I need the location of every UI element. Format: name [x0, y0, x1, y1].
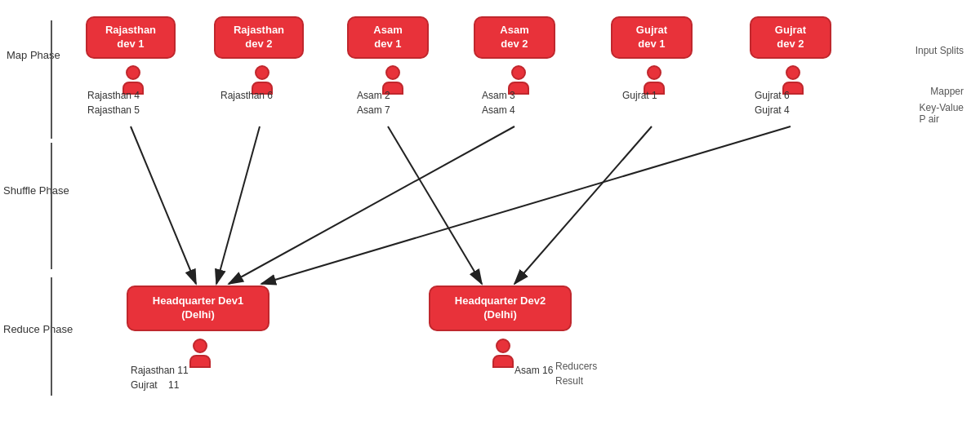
- person-hq-dev2: [492, 339, 514, 368]
- node-asam-dev2: Asamdev 2: [474, 16, 555, 59]
- reduce-phase-label: Reduce Phase: [3, 322, 73, 337]
- mapper-label: Mapper: [930, 86, 964, 97]
- shuffle-phase-bracket: [51, 143, 52, 269]
- arrow-asam2-hq1: [229, 126, 514, 284]
- arrow-guj1-hq2: [514, 126, 652, 284]
- node-raj-dev2: Rajasthandev 2: [214, 16, 304, 59]
- shuffle-phase-label: Shuffle Phase: [3, 184, 69, 198]
- arrow-raj2-hq1: [216, 126, 260, 284]
- reduce-phase-bracket: [51, 277, 52, 396]
- data-raj-dev2: Rajasthan 6: [220, 88, 273, 103]
- arrow-guj2-hq1: [261, 126, 791, 284]
- map-phase-bracket: [51, 20, 52, 139]
- reducers-result-label: ReducersResult: [555, 359, 597, 388]
- arrows-svg: [0, 0, 980, 425]
- data-guj-dev1: Gujrat 1: [622, 88, 657, 103]
- person-hq-dev1: [189, 339, 211, 368]
- node-asam-dev1: Asamdev 1: [347, 16, 429, 59]
- key-value-label: Key-ValueP air: [920, 102, 964, 125]
- node-hq-dev2: Headquarter Dev2(Delhi): [429, 286, 572, 331]
- input-splits-label: Input Splits: [915, 45, 964, 56]
- node-guj-dev1: Gujratdev 1: [611, 16, 693, 59]
- data-hq-dev2: Asam 16: [514, 363, 553, 378]
- data-hq-dev1: Rajasthan 11Gujrat 11: [131, 363, 189, 392]
- diagram-container: Map Phase Shuffle Phase Reduce Phase Raj…: [0, 0, 980, 425]
- data-asam-dev1: Asam 2Asam 7: [357, 88, 390, 117]
- node-hq-dev1: Headquarter Dev1(Delhi): [127, 286, 270, 331]
- data-guj-dev2: Gujrat 6Gujrat 4: [755, 88, 790, 117]
- data-raj-dev1: Rajasthan 4Rajasthan 5: [87, 88, 140, 117]
- node-raj-dev1: Rajasthandev 1: [86, 16, 176, 59]
- arrow-asam1-hq2: [388, 126, 482, 284]
- data-asam-dev2: Asam 3Asam 4: [482, 88, 515, 117]
- node-guj-dev2: Gujratdev 2: [750, 16, 831, 59]
- arrow-raj1-hq1: [131, 126, 196, 284]
